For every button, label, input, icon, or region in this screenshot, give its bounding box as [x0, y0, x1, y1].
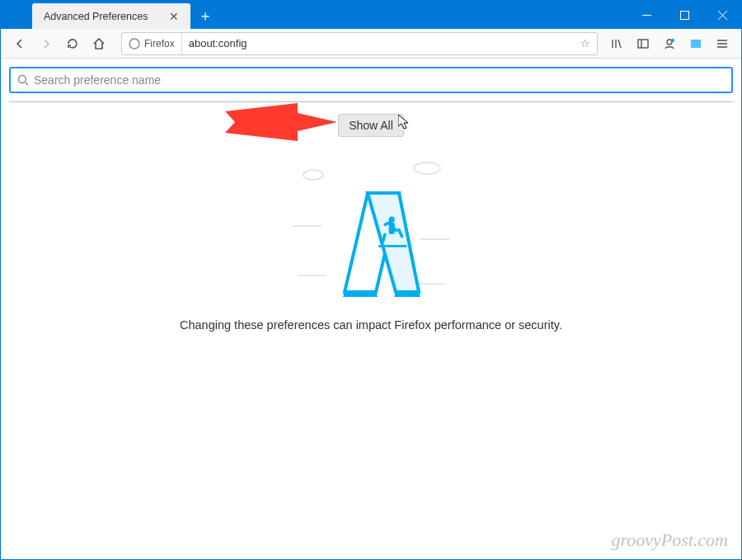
minimize-button[interactable] [627, 1, 665, 29]
menu-button[interactable] [710, 31, 735, 56]
navigation-toolbar: Firefox about:config ☆ [1, 29, 741, 59]
browser-tab[interactable]: Advanced Preferences ✕ [32, 3, 190, 29]
firefox-brand-icon [129, 38, 140, 49]
caution-illustration [9, 160, 733, 300]
svg-point-16 [19, 76, 26, 83]
search-icon [17, 74, 29, 86]
svg-line-17 [26, 82, 28, 85]
address-bar[interactable]: Firefox about:config ☆ [121, 32, 598, 55]
account-button[interactable] [657, 31, 682, 56]
reload-button[interactable] [60, 31, 85, 56]
url-text: about:config [182, 37, 574, 49]
extension-button[interactable] [683, 31, 708, 56]
bookmark-star-icon[interactable]: ☆ [574, 37, 597, 49]
svg-line-7 [618, 40, 621, 48]
preference-search-input[interactable] [34, 73, 725, 87]
page-content: Show All [1, 59, 741, 332]
identity-label: Firefox [144, 38, 175, 49]
watermark: groovyPost.com [611, 529, 728, 551]
back-button[interactable] [7, 31, 32, 56]
sidebar-button[interactable] [631, 31, 655, 56]
forward-button[interactable] [34, 31, 59, 56]
warning-text: Changing these preferences can impact Fi… [9, 318, 733, 332]
close-tab-icon[interactable]: ✕ [166, 8, 182, 25]
window-titlebar: Advanced Preferences ✕ ＋ [1, 1, 741, 29]
show-all-button[interactable]: Show All [338, 114, 404, 137]
close-window-button[interactable] [703, 1, 741, 29]
home-button[interactable] [87, 31, 111, 56]
maximize-button[interactable] [665, 1, 703, 29]
svg-point-18 [303, 170, 323, 180]
window-controls [627, 1, 741, 29]
svg-marker-28 [394, 292, 420, 297]
svg-rect-12 [691, 40, 701, 48]
new-tab-button[interactable]: ＋ [194, 4, 217, 27]
svg-marker-27 [343, 292, 378, 297]
svg-point-4 [129, 39, 139, 49]
divider [9, 101, 733, 102]
tab-title: Advanced Preferences [44, 11, 148, 22]
preference-search-bar[interactable] [9, 67, 733, 93]
svg-point-19 [414, 162, 440, 174]
site-identity[interactable]: Firefox [122, 33, 182, 54]
svg-rect-1 [680, 11, 688, 19]
svg-rect-8 [638, 40, 648, 48]
svg-point-11 [671, 39, 674, 42]
library-button[interactable] [604, 31, 629, 56]
